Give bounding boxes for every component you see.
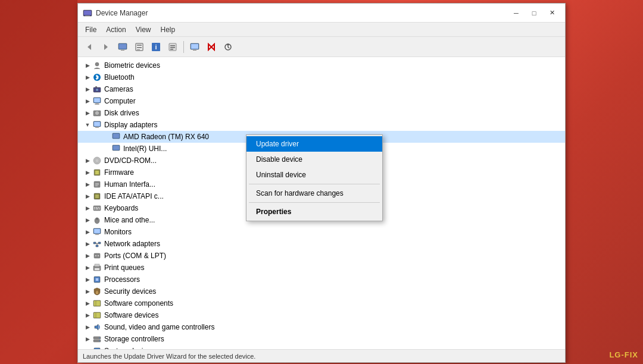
svg-rect-66	[94, 229, 100, 233]
icon-print	[92, 263, 102, 272]
icon-keyboards	[92, 203, 102, 213]
menu-view[interactable]: View	[131, 24, 156, 35]
tree-item-network[interactable]: ▶ Network adapters	[78, 238, 565, 250]
toolbar-back[interactable]	[82, 39, 97, 55]
toolbar-properties[interactable]	[165, 39, 180, 55]
svg-rect-30	[94, 98, 100, 102]
toolbar-remove[interactable]	[204, 39, 219, 55]
label-hid: Human Interfa...	[104, 180, 155, 189]
svg-text:i: i	[155, 43, 157, 51]
ctx-properties[interactable]: Properties	[246, 204, 382, 219]
toolbar-monitor[interactable]	[187, 39, 202, 55]
toolbar-device-manager[interactable]	[115, 39, 130, 55]
svg-rect-1	[84, 11, 91, 15]
expand-print: ▶	[83, 263, 92, 272]
tree-item-ports[interactable]: ▶ Ports (COM & LPT)	[78, 250, 565, 262]
toolbar-forward[interactable]	[98, 39, 114, 55]
expand-keyboards: ▶	[83, 203, 92, 213]
expand-mice: ▶	[83, 215, 92, 225]
label-intel: Intel(R) UHI...	[123, 145, 167, 153]
menu-action[interactable]: Action	[101, 24, 130, 35]
tree-item-sw-components[interactable]: ▶ Software components	[78, 297, 565, 309]
svg-rect-49	[95, 183, 99, 184]
label-biometric: Biometric devices	[104, 61, 160, 70]
ctx-update-driver[interactable]: Update driver	[246, 136, 382, 152]
svg-rect-6	[119, 44, 126, 49]
tree-item-storage[interactable]: ▶ Storage controllers	[78, 333, 565, 345]
svg-rect-15	[170, 45, 175, 46]
tree-item-bluetooth[interactable]: ▶ Bluetooth	[78, 71, 565, 83]
toolbar-scan[interactable]	[220, 39, 236, 55]
close-button[interactable]: ✕	[544, 7, 560, 19]
tree-item-sound[interactable]: ▶ Sound, video and game controllers	[78, 321, 565, 333]
icon-ide	[92, 192, 102, 201]
svg-rect-56	[96, 207, 97, 208]
icon-sw-devices	[92, 310, 102, 320]
tree-item-system[interactable]: ▶ System devices	[78, 345, 565, 349]
icon-intel	[111, 144, 121, 153]
svg-rect-50	[95, 184, 99, 185]
toolbar-sep-1	[183, 41, 184, 53]
icon-computer	[92, 96, 102, 106]
icon-biometric	[92, 61, 102, 70]
watermark: LG-FIX	[609, 350, 638, 359]
context-menu: Update driver Disable device Uninstall d…	[246, 134, 383, 221]
menu-file[interactable]: File	[80, 24, 101, 35]
svg-rect-10	[137, 47, 142, 48]
tree-item-monitors[interactable]: ▶ Monitors	[78, 226, 565, 238]
ctx-separator-2	[249, 202, 380, 203]
label-storage: Storage controllers	[104, 335, 164, 343]
label-display: Display adapters	[104, 121, 157, 129]
toolbar-show-all[interactable]	[132, 39, 147, 55]
icon-cameras	[92, 84, 102, 94]
tree-item-biometric[interactable]: ▶ Biometric devices	[78, 59, 565, 71]
icon-monitors	[92, 227, 102, 237]
icon-firmware	[92, 168, 102, 177]
svg-rect-60	[96, 209, 98, 210]
expand-ide: ▶	[83, 192, 92, 201]
tree-item-display[interactable]: ▼ Display adapters	[78, 119, 565, 131]
svg-rect-54	[93, 206, 101, 211]
svg-rect-82	[96, 278, 98, 281]
menu-help[interactable]: Help	[156, 24, 180, 35]
icon-hid	[92, 180, 102, 189]
svg-rect-89	[94, 313, 100, 318]
minimize-button[interactable]: ─	[508, 7, 525, 19]
label-processors: Processors	[104, 275, 140, 284]
expand-amd	[102, 132, 111, 142]
svg-marker-3	[88, 44, 91, 50]
ctx-disable-device[interactable]: Disable device	[246, 152, 382, 167]
maximize-button[interactable]: □	[526, 7, 542, 19]
svg-rect-11	[137, 49, 140, 50]
svg-rect-53	[95, 194, 99, 198]
svg-point-45	[96, 160, 98, 161]
label-keyboards: Keyboards	[104, 204, 138, 212]
svg-point-94	[99, 340, 100, 341]
window-icon	[83, 8, 92, 18]
label-firmware: Firmware	[104, 168, 134, 177]
svg-point-93	[99, 337, 100, 338]
tree-item-print[interactable]: ▶ Print queues	[78, 262, 565, 274]
toolbar-info[interactable]: i	[148, 39, 164, 55]
tree-item-cameras[interactable]: ▶ Cameras	[78, 83, 565, 95]
svg-point-35	[96, 112, 98, 114]
expand-intel	[102, 144, 111, 153]
tree-item-sw-devices[interactable]: ▶ Software devices	[78, 309, 565, 321]
expand-disk: ▶	[83, 108, 92, 118]
ctx-scan-hardware[interactable]: Scan for hardware changes	[246, 186, 382, 201]
expand-bluetooth: ▶	[83, 73, 92, 82]
expand-hid: ▶	[83, 180, 92, 189]
ctx-uninstall-device[interactable]: Uninstall device	[246, 167, 382, 183]
tree-item-computer[interactable]: ▶ Computer	[78, 95, 565, 107]
svg-rect-95	[94, 348, 100, 349]
window-title: Device Manager	[96, 9, 508, 17]
icon-network	[92, 239, 102, 249]
tree-item-disk[interactable]: ▶ Disk drives	[78, 107, 565, 119]
label-bluetooth: Bluetooth	[104, 73, 135, 81]
label-print: Print queues	[104, 263, 144, 272]
svg-rect-40	[113, 134, 119, 138]
icon-ports	[92, 251, 102, 261]
tree-item-security[interactable]: ▶ Security devices	[78, 285, 565, 297]
tree-item-processors[interactable]: ▶ Processors	[78, 274, 565, 285]
icon-security	[92, 287, 102, 296]
